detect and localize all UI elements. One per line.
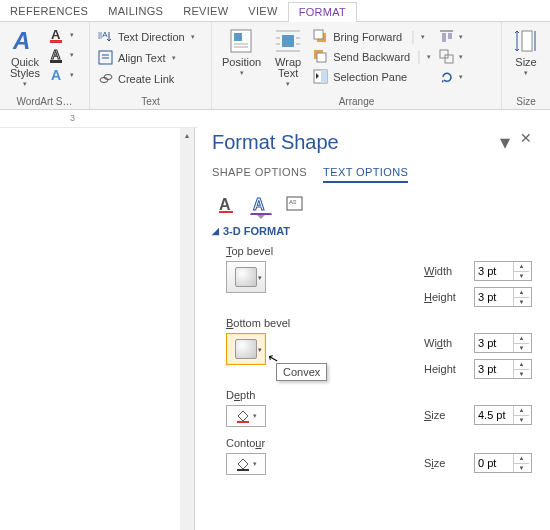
quick-styles-button[interactable]: A Quick Styles ▾ <box>6 24 44 90</box>
position-icon <box>227 26 257 56</box>
bring-forward-icon <box>313 29 329 45</box>
cursor-icon: ↖ <box>266 350 281 367</box>
chevron-down-icon: ▾ <box>258 346 262 354</box>
label-width: Width <box>424 265 466 277</box>
svg-text:A: A <box>51 47 61 62</box>
contour-color-picker[interactable]: ▾ <box>226 453 266 475</box>
align-button[interactable]: ▾ <box>437 28 465 46</box>
bring-forward-button[interactable]: Bring Forward│▾ <box>311 28 433 46</box>
text-fill-icon: A <box>50 27 66 43</box>
group-label-arrange: Arrange <box>218 95 495 108</box>
group-text: ||AText Direction▾ Align Text▾ Create Li… <box>90 22 212 109</box>
svg-rect-24 <box>314 30 323 39</box>
bottom-bevel-picker[interactable]: ▾ <box>226 333 266 365</box>
tab-mailings[interactable]: MAILINGS <box>98 2 173 21</box>
text-fill-outline-icon[interactable]: A <box>216 193 238 215</box>
label-depth: Depth <box>226 389 532 401</box>
ribbon-tabs: REFERENCES MAILINGS REVIEW VIEW FORMAT <box>0 0 550 22</box>
label-contour: Contour <box>226 437 532 449</box>
link-icon <box>98 71 114 87</box>
label-bottom-bevel: Bottom bevel <box>226 317 532 329</box>
svg-text:A: A <box>51 27 61 42</box>
send-backward-button[interactable]: Send Backward│▾ <box>311 48 433 66</box>
vertical-scrollbar[interactable]: ▴ <box>180 128 194 530</box>
label-size: Size <box>424 409 466 421</box>
tab-shape-options[interactable]: SHAPE OPTIONS <box>212 166 307 183</box>
group-label-text: Text <box>96 95 205 108</box>
ribbon: A Quick Styles ▾ A▾ A▾ A▾ WordArt S… ||A… <box>0 22 550 110</box>
wordart-a-icon: A <box>10 26 40 56</box>
wrap-text-icon <box>273 26 303 56</box>
create-link-button[interactable]: Create Link <box>96 70 176 88</box>
svg-rect-13 <box>234 33 242 41</box>
tab-text-options[interactable]: TEXT OPTIONS <box>323 166 408 183</box>
tab-references[interactable]: REFERENCES <box>0 2 98 21</box>
size-button[interactable]: Size▾ <box>507 24 545 79</box>
bottom-bevel-width-spinner[interactable]: ▲▼ <box>474 333 532 353</box>
svg-text:A: A <box>12 27 30 54</box>
close-icon[interactable]: ✕ <box>520 130 532 154</box>
text-outline-icon: A <box>50 47 66 63</box>
contour-size-spinner[interactable]: ▲▼ <box>474 453 532 473</box>
tab-format[interactable]: FORMAT <box>288 2 357 22</box>
rotate-button[interactable]: ▾ <box>437 68 465 86</box>
selection-pane-button[interactable]: Selection Pane <box>311 68 433 86</box>
group-label-wordart: WordArt S… <box>6 95 83 108</box>
spin-down-icon[interactable]: ▼ <box>514 272 529 281</box>
position-button[interactable]: Position▾ <box>218 24 265 79</box>
svg-rect-28 <box>321 70 327 83</box>
document-area[interactable]: ▴ <box>0 128 195 530</box>
label-top-bevel: Top bevel <box>226 245 532 257</box>
chevron-down-icon: ▾ <box>253 412 257 420</box>
text-direction-button[interactable]: ||AText Direction▾ <box>96 28 197 46</box>
top-bevel-width-spinner[interactable]: ▲▼ <box>474 261 532 281</box>
pane-menu-icon[interactable]: ▾ <box>500 130 510 154</box>
svg-rect-32 <box>440 50 448 58</box>
svg-rect-30 <box>442 33 446 42</box>
textbox-icon[interactable]: A≡ <box>284 193 306 215</box>
svg-rect-33 <box>445 55 453 63</box>
svg-rect-31 <box>448 33 452 39</box>
wrap-text-button[interactable]: Wrap Text▾ <box>269 24 307 90</box>
align-text-icon <box>98 50 114 66</box>
group-size: Size▾ Size <box>502 22 550 109</box>
top-bevel-height-spinner[interactable]: ▲▼ <box>474 287 532 307</box>
align-icon <box>439 29 455 45</box>
spin-up-icon[interactable]: ▲ <box>514 262 529 272</box>
section-3d-format[interactable]: ◢ 3-D FORMAT <box>212 225 532 237</box>
align-text-button[interactable]: Align Text▾ <box>96 49 178 67</box>
bevel-thumb-icon <box>235 267 257 287</box>
text-fill-button[interactable]: A▾ <box>48 26 76 44</box>
scroll-up-arrow-icon[interactable]: ▴ <box>180 128 194 142</box>
label-width: Width <box>424 337 466 349</box>
group-arrange: Position▾ Wrap Text▾ Bring Forward│▾ Sen… <box>212 22 502 109</box>
group-shapes-button[interactable]: ▾ <box>437 48 465 66</box>
label-height: Height <box>424 363 466 375</box>
ruler-tick: 3 <box>70 113 75 123</box>
svg-text:A≡: A≡ <box>289 199 297 205</box>
text-effects-button[interactable]: A▾ <box>48 66 76 84</box>
bucket-icon <box>235 457 251 471</box>
tab-review[interactable]: REVIEW <box>173 2 238 21</box>
rotate-icon <box>439 69 455 85</box>
depth-color-picker[interactable]: ▾ <box>226 405 266 427</box>
svg-text:A: A <box>253 196 265 213</box>
svg-text:||A: ||A <box>98 30 108 39</box>
top-bevel-picker[interactable]: ▾ <box>226 261 266 293</box>
chevron-down-icon: ▾ <box>23 80 27 88</box>
svg-rect-26 <box>317 53 326 62</box>
svg-rect-2 <box>50 40 62 43</box>
svg-rect-34 <box>522 31 532 51</box>
tab-view[interactable]: VIEW <box>238 2 287 21</box>
pane-title: Format Shape ▾ ✕ <box>212 130 532 154</box>
selection-pane-icon <box>313 69 329 85</box>
group-icon <box>439 49 455 65</box>
text-effects-icon[interactable]: A <box>250 193 272 215</box>
text-outline-button[interactable]: A▾ <box>48 46 76 64</box>
depth-size-spinner[interactable]: ▲▼ <box>474 405 532 425</box>
text-effects-icon: A <box>50 67 66 83</box>
svg-rect-4 <box>50 60 62 63</box>
format-shape-pane: Format Shape ▾ ✕ SHAPE OPTIONS TEXT OPTI… <box>198 120 550 530</box>
svg-rect-42 <box>237 421 249 423</box>
bottom-bevel-height-spinner[interactable]: ▲▼ <box>474 359 532 379</box>
